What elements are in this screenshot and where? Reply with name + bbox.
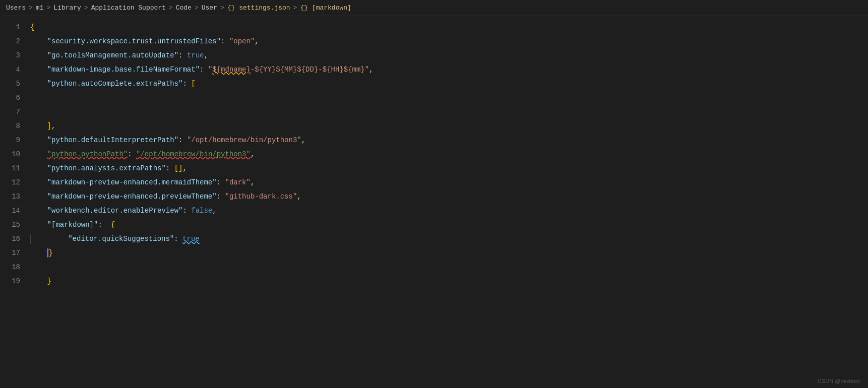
code-line-12: 12 "markdown-preview-enhanced.mermaidThe…: [0, 175, 868, 189]
code-line-18: 18: [0, 260, 868, 274]
sep3: >: [84, 4, 88, 12]
code-line-17: 17 }: [0, 246, 868, 260]
line-number-10: 10: [0, 147, 30, 161]
line-content-15: "[markdown]": {: [30, 218, 868, 232]
sep7: >: [293, 4, 297, 12]
line-number-9: 9: [0, 133, 30, 147]
line-number-15: 15: [0, 218, 30, 232]
code-line-8: 8 ],: [0, 119, 868, 133]
line-content-8: ],: [30, 119, 868, 133]
code-line-15: 15 "[markdown]": {: [0, 218, 868, 232]
code-line-5: 5 "python.autoComplete.extraPaths": [: [0, 77, 868, 91]
sep4: >: [169, 4, 173, 12]
code-line-19: 19 }: [0, 274, 868, 288]
code-line-4: 4 "markdown-image.base.fileNameFormat": …: [0, 62, 868, 77]
sep5: >: [195, 4, 199, 12]
line-number-11: 11: [0, 161, 30, 175]
sep2: >: [46, 4, 50, 12]
watermark: CSDN @mixboot: [818, 378, 860, 384]
sep1: >: [29, 4, 33, 12]
line-content-16: "editor.quickSuggestions": true: [30, 232, 868, 246]
code-line-13: 13 "markdown-preview-enhanced.previewThe…: [0, 189, 868, 204]
code-line-16: 16 "editor.quickSuggestions": true: [0, 232, 868, 246]
line-content-3: "go.toolsManagement.autoUpdate": true,: [30, 48, 868, 62]
line-content-5: "python.autoComplete.extraPaths": [: [30, 77, 868, 91]
code-line-14: 14 "workbench.editor.enablePreview": fal…: [0, 204, 868, 218]
code-line-11: 11 "python.analysis.extraPaths": [],: [0, 161, 868, 175]
breadcrumb-markdown[interactable]: {} [markdown]: [300, 4, 351, 12]
line-content-4: "markdown-image.base.fileNameFormat": "$…: [30, 62, 868, 77]
code-line-3: 3 "go.toolsManagement.autoUpdate": true,: [0, 48, 868, 62]
line-content-11: "python.analysis.extraPaths": [],: [30, 161, 868, 175]
breadcrumb-user[interactable]: User: [202, 4, 217, 12]
code-line-9: 9 "python.defaultInterpreterPath": "/opt…: [0, 133, 868, 147]
line-content-17: }: [30, 246, 868, 260]
breadcrumb-library[interactable]: Library: [53, 4, 81, 12]
code-line-2: 2 "security.workspace.trust.untrustedFil…: [0, 34, 868, 48]
breadcrumb-m1[interactable]: m1: [36, 4, 44, 12]
breadcrumb-users[interactable]: Users: [6, 4, 26, 12]
line-number-4: 4: [0, 62, 30, 77]
line-content-9: "python.defaultInterpreterPath": "/opt/h…: [30, 133, 868, 147]
line-content-1: {: [30, 20, 868, 34]
line-number-19: 19: [0, 274, 30, 288]
line-number-3: 3: [0, 48, 30, 62]
line-number-16: 16: [0, 232, 30, 246]
line-number-5: 5: [0, 77, 30, 91]
line-content-12: "markdown-preview-enhanced.mermaidTheme"…: [30, 175, 868, 189]
line-number-18: 18: [0, 260, 30, 274]
line-number-13: 13: [0, 189, 30, 204]
code-editor[interactable]: 1 { 2 "security.workspace.trust.untruste…: [0, 16, 868, 388]
code-line-6: 6: [0, 91, 868, 105]
breadcrumb: Users > m1 > Library > Application Suppo…: [0, 0, 868, 16]
line-content-19: }: [30, 274, 868, 288]
code-line-1: 1 {: [0, 20, 868, 34]
line-number-8: 8: [0, 119, 30, 133]
code-line-10: 10 "python.pythonPath": "/opt/homebrew/b…: [0, 147, 868, 161]
code-line-7: 7: [0, 105, 868, 119]
line-number-17: 17: [0, 246, 30, 260]
line-content-2: "security.workspace.trust.untrustedFiles…: [30, 34, 868, 48]
line-number-6: 6: [0, 91, 30, 105]
line-content-10: "python.pythonPath": "/opt/homebrew/bin/…: [30, 147, 868, 161]
breadcrumb-appsupport[interactable]: Application Support: [91, 4, 166, 12]
line-content-13: "markdown-preview-enhanced.previewTheme"…: [30, 189, 868, 204]
line-number-2: 2: [0, 34, 30, 48]
sep6: >: [220, 4, 224, 12]
breadcrumb-settings-json[interactable]: {} settings.json: [227, 4, 290, 12]
line-number-12: 12: [0, 175, 30, 189]
line-number-7: 7: [0, 105, 30, 119]
line-content-14: "workbench.editor.enablePreview": false,: [30, 204, 868, 218]
line-number-14: 14: [0, 204, 30, 218]
line-number-1: 1: [0, 20, 30, 34]
breadcrumb-code[interactable]: Code: [176, 4, 192, 12]
